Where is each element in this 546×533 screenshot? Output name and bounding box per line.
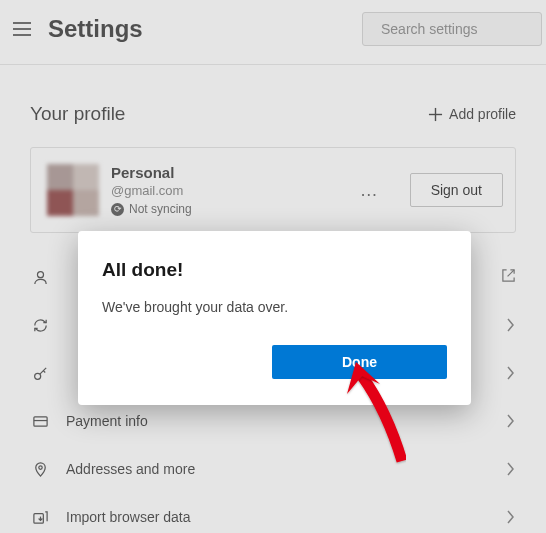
dialog-body: We've brought your data over. [102, 299, 447, 315]
all-done-dialog: All done! We've brought your data over. … [78, 231, 471, 405]
dialog-title: All done! [102, 259, 447, 281]
done-button[interactable]: Done [272, 345, 447, 379]
